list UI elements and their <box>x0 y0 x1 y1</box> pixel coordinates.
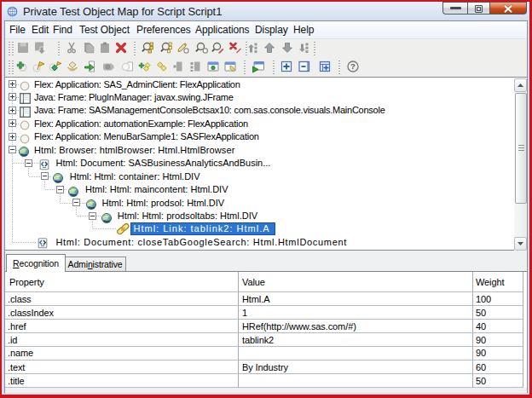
svg-text:?: ? <box>350 61 356 71</box>
